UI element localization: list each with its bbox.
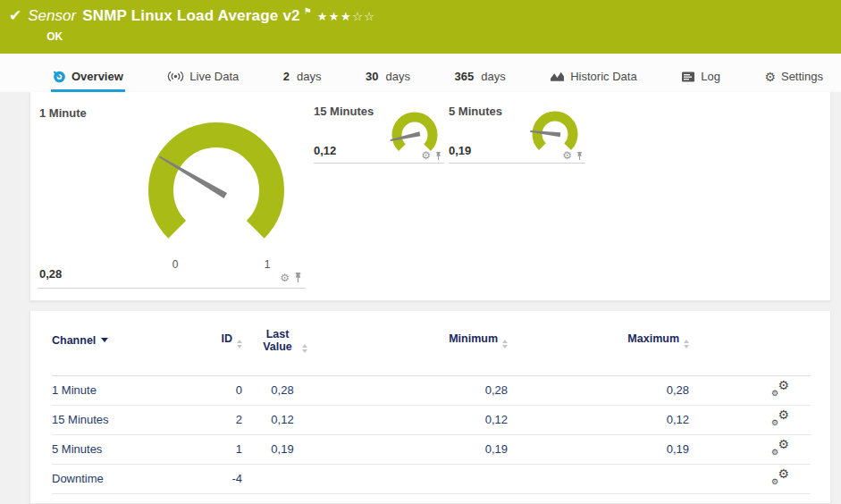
channels-table-header: ChannelIDLast ValueMinimumMaximum: [52, 311, 811, 375]
cell-maximum: 0,19: [508, 434, 689, 464]
gauge-value: 0,19: [449, 144, 471, 157]
channel-settings-icon[interactable]: ⚙⚙: [771, 440, 789, 456]
tab-log[interactable]: Log: [679, 70, 722, 92]
tab-365-days[interactable]: 365days: [453, 70, 508, 92]
gauge-toolbar: ⚙: [421, 150, 442, 161]
priority-flag-icon[interactable]: ⚑: [304, 7, 312, 16]
tab-label: days: [297, 70, 321, 83]
table-row: Downtime-4⚙⚙: [52, 464, 811, 493]
gear-icon[interactable]: ⚙: [421, 150, 431, 161]
table-row: 5 Minutes10,190,190,19⚙⚙: [52, 434, 811, 464]
cell-minimum: 0,19: [323, 434, 508, 464]
cell-maximum: 0,28: [508, 375, 689, 405]
cell-id: 0: [186, 375, 242, 405]
gauge-panel-5-minutes: 5 Minutes 0,19 ⚙: [449, 105, 585, 164]
sensor-status-badge: OK: [46, 30, 375, 43]
sensor-header-main: Sensor SNMP Linux Load Average v2 ⚑ ★★★☆…: [28, 6, 375, 43]
column-header-id[interactable]: ID: [186, 311, 242, 375]
column-header-last_value[interactable]: Last Value: [242, 311, 323, 375]
cell-channel[interactable]: 15 Minutes: [52, 405, 186, 434]
cell-channel[interactable]: 5 Minutes: [52, 434, 186, 464]
content-area: 1 Minute 01 0,28 ⚙ 15 Minutes 0,12 ⚙: [29, 92, 831, 504]
tab-label: Historic Data: [570, 70, 636, 83]
gear-icon[interactable]: ⚙: [280, 273, 290, 283]
sort-icon: [302, 344, 307, 353]
cell-channel[interactable]: 1 Minute: [52, 375, 186, 405]
channels-table-body: 1 Minute00,280,280,28⚙⚙15 Minutes20,120,…: [52, 375, 811, 493]
status-ok-check-icon: ✔: [9, 6, 21, 26]
tab-settings[interactable]: ⚙Settings: [762, 70, 825, 92]
live-icon: [167, 71, 184, 82]
channel-settings-cell: ⚙⚙: [689, 464, 811, 493]
gauge-scale-min: 0: [172, 258, 179, 271]
channel-settings-icon[interactable]: ⚙⚙: [771, 469, 789, 485]
sensor-title: SNMP Linux Load Average v2: [82, 6, 300, 26]
gauge-scale-max: 1: [265, 258, 271, 271]
column-label: Last Value: [258, 328, 298, 353]
sensor-title-row: Sensor SNMP Linux Load Average v2 ⚑ ★★★☆…: [28, 6, 375, 27]
cell-minimum: 0,28: [323, 375, 508, 405]
gauge-toolbar: ⚙: [280, 272, 303, 283]
panel-divider: [38, 288, 306, 289]
gauge-value: 0,28: [39, 267, 62, 281]
priority-stars[interactable]: ★★★☆☆: [317, 7, 376, 27]
cell-id: 1: [186, 434, 242, 464]
cell-maximum: 0,12: [508, 405, 689, 434]
column-label: Channel: [52, 334, 96, 347]
gear-icon[interactable]: ⚙: [562, 150, 572, 161]
sensor-page: ✔ Sensor SNMP Linux Load Average v2 ⚑ ★★…: [0, 0, 841, 92]
tab-number: 365: [455, 70, 475, 83]
panel-divider: [449, 163, 585, 164]
object-kind-label: Sensor: [28, 6, 76, 26]
sort-icon: [502, 340, 508, 349]
column-header-maximum[interactable]: Maximum: [508, 311, 689, 375]
tab-live-data[interactable]: Live Data: [165, 70, 240, 92]
gauge-1-minute: 01: [131, 112, 301, 274]
tab-label: days: [386, 70, 410, 83]
channel-settings-icon[interactable]: ⚙⚙: [771, 410, 789, 426]
cell-minimum: [323, 464, 508, 493]
column-header-channel[interactable]: Channel: [52, 311, 186, 375]
cell-channel[interactable]: Downtime: [52, 464, 186, 493]
gear-icon: ⚙: [764, 71, 776, 83]
gauge-icon: [53, 70, 66, 83]
pin-icon[interactable]: [293, 272, 303, 283]
column-header-minimum[interactable]: Minimum: [323, 311, 508, 375]
sort-desc-icon: [101, 338, 108, 342]
tab-label: Live Data: [189, 70, 239, 83]
tab-30-days[interactable]: 30days: [364, 70, 412, 92]
gauge-panel-1-minute: 1 Minute 01 0,28 ⚙: [38, 105, 306, 289]
cell-last_value: [242, 464, 323, 493]
cell-last_value: 0,19: [242, 434, 323, 464]
pin-icon[interactable]: [434, 151, 442, 161]
header-row: ChannelIDLast ValueMinimumMaximum: [52, 311, 811, 375]
cell-id: -4: [186, 464, 242, 493]
tab-bar: OverviewLive Data2days30days365daysHisto…: [0, 54, 841, 92]
cell-last_value: 0,28: [242, 375, 323, 405]
sensor-header: ✔ Sensor SNMP Linux Load Average v2 ⚑ ★★…: [0, 0, 841, 54]
cell-maximum: [508, 464, 689, 493]
tab-historic-data[interactable]: Historic Data: [548, 70, 638, 92]
tab-label: Overview: [71, 70, 123, 83]
tab-label: Log: [701, 70, 720, 83]
cell-id: 2: [186, 405, 242, 434]
column-label: Minimum: [449, 332, 498, 345]
panel-divider: [314, 163, 444, 164]
cell-minimum: 0,12: [323, 405, 508, 434]
cell-last_value: 0,12: [242, 405, 323, 434]
pin-icon[interactable]: [576, 151, 584, 161]
tab-label: Settings: [781, 70, 823, 83]
channel-settings-icon[interactable]: ⚙⚙: [771, 381, 789, 397]
chart-icon: [550, 71, 565, 82]
sort-icon: [237, 340, 242, 349]
gauges-card: 1 Minute 01 0,28 ⚙ 15 Minutes 0,12 ⚙: [29, 92, 831, 301]
table-row: 1 Minute00,280,280,28⚙⚙: [52, 375, 811, 405]
column-label: ID: [222, 332, 233, 345]
tab-2-days[interactable]: 2days: [282, 70, 324, 92]
tab-number: 30: [366, 70, 378, 83]
gauge-value: 0,12: [314, 144, 336, 157]
tab-overview[interactable]: Overview: [51, 70, 125, 92]
channels-card: ChannelIDLast ValueMinimumMaximum 1 Minu…: [29, 311, 831, 504]
channels-table: ChannelIDLast ValueMinimumMaximum 1 Minu…: [52, 311, 811, 494]
column-header-settings: [689, 311, 811, 375]
